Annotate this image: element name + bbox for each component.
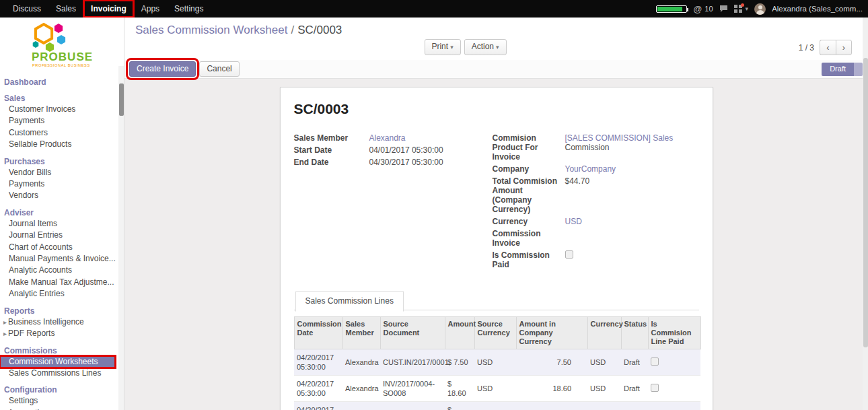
cell-company-amount[interactable]: 18.60 <box>516 376 587 402</box>
cell-commission-date[interactable]: 04/20/2017 10:35:53 <box>294 402 342 410</box>
currency-value[interactable]: USD <box>565 217 582 226</box>
sidebar-item-journal-items[interactable]: Journal Items <box>0 218 124 230</box>
cell-source-currency[interactable]: USD <box>474 376 516 402</box>
sidebar-heading-sales[interactable]: Sales <box>0 94 124 104</box>
sidebar-heading-configuration[interactable]: Configuration <box>0 385 124 395</box>
line-paid-checkbox[interactable] <box>651 384 659 392</box>
cell-commission-date[interactable]: 04/20/2017 05:30:00 <box>294 376 342 402</box>
main-scrollbar-thumb[interactable] <box>863 58 868 347</box>
col-header-source-currency[interactable]: Source Currency <box>474 317 516 349</box>
cell-amount[interactable]: $ 18.60 <box>445 402 474 410</box>
company-value[interactable]: YourCompany <box>565 164 616 174</box>
sidebar-scrollbar[interactable] <box>118 66 124 410</box>
sidebar-heading-purchases[interactable]: Purchases <box>0 157 124 167</box>
cell-source-document[interactable]: CUST.IN/2017/0001 <box>380 349 445 376</box>
col-header-source-document[interactable]: Source Document <box>380 317 445 349</box>
sidebar-heading-dashboard[interactable]: Dashboard <box>0 77 124 88</box>
col-header-amount-in-company-currency[interactable]: Amount in Company Currency <box>516 317 587 349</box>
sidebar-item-vendors[interactable]: Vendors <box>0 190 124 201</box>
sidebar-item-pdf-reports[interactable]: ▸PDF Reports <box>0 328 124 339</box>
pager-previous-button[interactable]: ‹ <box>820 40 836 55</box>
cell-status[interactable]: Draft <box>621 376 648 402</box>
main-scrollbar[interactable] <box>863 18 868 410</box>
cell-source-currency[interactable]: USD <box>474 349 516 376</box>
sales-member-value[interactable]: Alexandra <box>369 133 406 143</box>
activities-icon[interactable]: @ <box>693 4 702 14</box>
cell-sales-member[interactable]: Alexandra <box>342 376 380 402</box>
sidebar-item-analytic-accounts[interactable]: Analytic Accounts <box>0 265 124 276</box>
menu-settings[interactable]: Settings <box>167 0 211 18</box>
sidebar-item-sales-commissions-lines[interactable]: Sales Commissions Lines <box>0 368 124 379</box>
col-header-commission-date[interactable]: Commission Date <box>294 317 342 349</box>
sidebar-item-accounting[interactable]: ▸Accounting <box>0 407 124 410</box>
cell-source-document[interactable]: SO008 <box>380 402 445 410</box>
sidebar-item-customers[interactable]: Customers <box>0 127 124 139</box>
menu-invoicing[interactable]: Invoicing <box>83 0 134 18</box>
sidebar-heading-reports[interactable]: Reports <box>0 306 124 316</box>
sidebar-item-commission-worksheets[interactable]: Commission Worksheets <box>0 356 115 368</box>
table-row[interactable]: 04/20/2017 05:30:00 Alexandra CUST.IN/20… <box>294 349 700 376</box>
cell-currency[interactable]: USD <box>587 402 621 410</box>
sidebar-heading-commissions[interactable]: Commissions <box>0 346 124 356</box>
cell-commission-date[interactable]: 04/20/2017 05:30:00 <box>294 349 342 376</box>
cell-sales-member[interactable]: Alexandra <box>342 402 380 410</box>
cell-source-currency[interactable]: USD <box>474 402 516 410</box>
sidebar-item-business-intelligence[interactable]: ▸Business Intelligence <box>0 316 124 328</box>
cell-amount[interactable]: $ 18.60 <box>445 376 474 402</box>
commission-product-link[interactable]: [SALES COMMISSION] Sales <box>565 133 674 143</box>
messages-icon[interactable] <box>719 5 728 13</box>
sidebar-item-analytic-entries[interactable]: Analytic Entries <box>0 288 124 300</box>
tab-sales-commission-lines[interactable]: Sales Commission Lines <box>295 291 404 312</box>
cell-currency[interactable]: USD <box>587 376 621 402</box>
cell-line-paid[interactable] <box>648 376 700 402</box>
is-commission-paid-checkbox[interactable] <box>565 250 573 259</box>
sidebar-item-chart-of-accounts[interactable]: Chart of Accounts <box>0 242 124 253</box>
cell-status[interactable]: Draft <box>621 402 648 410</box>
cell-currency[interactable]: USD <box>587 349 621 376</box>
user-menu[interactable]: Alexandra (Sales_comm... <box>772 5 863 13</box>
cell-line-paid[interactable] <box>648 349 700 376</box>
user-avatar[interactable] <box>754 3 766 15</box>
table-row[interactable]: 04/20/2017 05:30:00 Alexandra INV/2017/0… <box>294 376 700 402</box>
cell-status[interactable]: Draft <box>621 349 648 376</box>
commission-product-value[interactable]: [SALES COMMISSION] SalesCommission <box>565 133 674 152</box>
table-row[interactable]: 04/20/2017 10:35:53 Alexandra SO008 $ 18… <box>294 402 700 410</box>
pager-next-button[interactable]: › <box>836 40 852 55</box>
create-invoice-button[interactable]: Create Invoice <box>129 61 196 77</box>
start-date-value[interactable]: 04/01/2017 05:30:00 <box>369 145 443 155</box>
col-header-sales-member[interactable]: Sales Member <box>342 317 380 349</box>
line-paid-checkbox[interactable] <box>651 357 659 366</box>
sidebar-item-settings[interactable]: Settings <box>0 395 124 407</box>
col-header-currency[interactable]: Currency <box>587 317 621 349</box>
sidebar-item-vendor-bills[interactable]: Vendor Bills <box>0 167 124 178</box>
sidebar-item-manual-payments-invoice[interactable]: Manual Payments & Invoice... <box>0 253 124 265</box>
menu-discuss[interactable]: Discuss <box>5 0 48 18</box>
print-dropdown-button[interactable]: Print▾ <box>424 39 460 55</box>
cell-company-amount[interactable]: 18.60 <box>516 402 587 410</box>
status-badge-draft[interactable]: Draft <box>822 63 854 76</box>
action-dropdown-button[interactable]: Action▾ <box>464 39 507 55</box>
col-header-status[interactable]: Status <box>621 317 648 349</box>
sidebar-item-make-manual-tax-adjustment[interactable]: Make Manual Tax Adjustme... <box>0 277 124 288</box>
cell-company-amount[interactable]: 7.50 <box>516 349 587 376</box>
menu-sales[interactable]: Sales <box>48 0 83 18</box>
breadcrumb-parent[interactable]: Sales Commission Worksheet <box>135 24 287 36</box>
sidebar-item-sellable-products[interactable]: Sellable Products <box>0 139 124 150</box>
caret-down-icon[interactable]: ▾ <box>746 5 749 12</box>
sidebar-item-payments-sales[interactable]: Payments <box>0 115 124 127</box>
apps-grid-icon[interactable] <box>734 5 742 13</box>
sidebar-item-customer-invoices[interactable]: Customer Invoices <box>0 104 124 115</box>
cell-line-paid[interactable] <box>648 402 700 410</box>
cell-source-document[interactable]: INV/2017/0004-SO008 <box>380 376 445 402</box>
cell-sales-member[interactable]: Alexandra <box>342 349 380 376</box>
sidebar-scrollbar-thumb[interactable] <box>119 83 124 116</box>
cancel-button[interactable]: Cancel <box>199 61 239 77</box>
sidebar-item-journal-entries[interactable]: Journal Entries <box>0 230 124 241</box>
menu-apps[interactable]: Apps <box>134 0 167 18</box>
sidebar-item-payments-purchases[interactable]: Payments <box>0 178 124 190</box>
cell-amount[interactable]: $ 7.50 <box>445 349 474 376</box>
col-header-is-commission-line-paid[interactable]: Is Commision Line Paid <box>648 317 700 349</box>
col-header-amount[interactable]: Amount <box>445 317 474 349</box>
end-date-value[interactable]: 04/30/2017 05:30:00 <box>369 158 443 167</box>
sidebar-heading-adviser[interactable]: Adviser <box>0 208 124 218</box>
